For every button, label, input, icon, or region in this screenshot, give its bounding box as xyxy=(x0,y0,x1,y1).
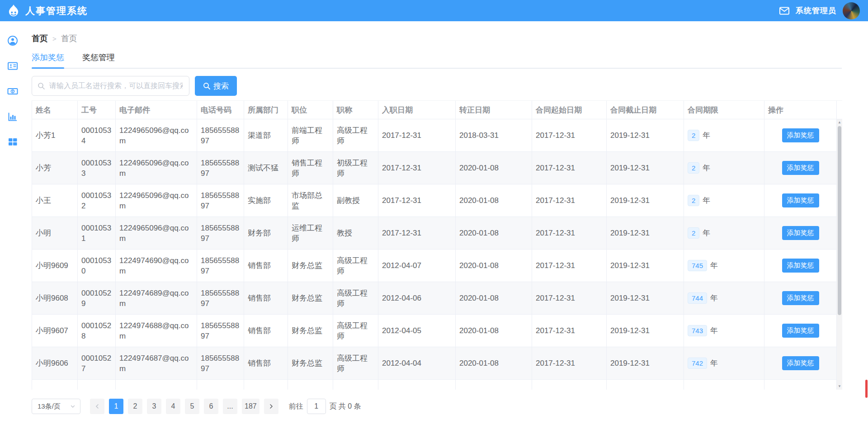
grid-icon[interactable] xyxy=(7,137,18,147)
search-button[interactable]: 搜索 xyxy=(195,76,237,96)
page-button[interactable]: 3 xyxy=(147,399,161,414)
header-filler xyxy=(837,101,844,119)
cell-duration xyxy=(684,380,764,390)
cell-regular: 2020-01-08 xyxy=(456,184,532,217)
duration-unit: 年 xyxy=(703,228,710,238)
bar-chart-icon[interactable] xyxy=(7,111,18,122)
add-reward-button[interactable]: 添加奖惩 xyxy=(782,291,819,305)
cell-action: 添加奖惩 xyxy=(764,250,837,282)
page-scrollbar-thumb[interactable] xyxy=(865,380,868,398)
column-header: 入职日期 xyxy=(378,101,456,119)
cell-position: 市场部总监 xyxy=(288,184,333,217)
add-reward-button[interactable]: 添加奖惩 xyxy=(782,324,819,338)
table-body: 小芳1000105341224965096@qq.com18565558897渠… xyxy=(32,119,837,390)
cell-name: 小芳1 xyxy=(32,119,78,151)
page-button[interactable]: 1 xyxy=(109,399,123,414)
cell-start xyxy=(532,380,607,390)
add-reward-button[interactable]: 添加奖惩 xyxy=(782,226,819,240)
column-header: 合同截止日期 xyxy=(607,101,684,119)
cell-dept: 测试不猛 xyxy=(244,152,288,184)
cell-regular: 2020-01-08 xyxy=(456,250,532,282)
page-button[interactable]: 4 xyxy=(166,399,180,414)
avatar[interactable] xyxy=(843,2,860,19)
duration-badge: 742 xyxy=(688,358,707,369)
tab-manage-reward[interactable]: 奖惩管理 xyxy=(82,52,115,68)
cell-regular: 2020-01-08 xyxy=(456,347,532,379)
next-page-button[interactable] xyxy=(264,399,278,414)
search-icon xyxy=(38,82,45,89)
cell-email: 1224965096@qq.com xyxy=(116,184,197,217)
add-reward-button[interactable]: 添加奖惩 xyxy=(782,128,819,142)
table-scrollbar[interactable]: ▲ ▼ xyxy=(837,119,842,390)
page-button[interactable]: 2 xyxy=(128,399,142,414)
cell-id: 00010533 xyxy=(78,152,116,184)
cell-end: 2019-12-31 xyxy=(607,119,684,151)
cell-email: 1224974688@qq.com xyxy=(116,315,197,347)
prev-page-button[interactable] xyxy=(90,399,104,414)
column-header: 工号 xyxy=(78,101,116,119)
user-circle-icon[interactable] xyxy=(7,35,18,46)
cell-position: 运维工程师 xyxy=(288,217,333,249)
page-button[interactable]: 6 xyxy=(204,399,218,414)
page-size-select[interactable]: 13条/页 xyxy=(32,399,80,414)
search-input[interactable] xyxy=(48,81,184,90)
column-header: 职位 xyxy=(288,101,333,119)
cell-duration: 744年 xyxy=(684,282,764,314)
cell-action: 添加奖惩 xyxy=(764,282,837,314)
header-username[interactable]: 系统管理员 xyxy=(796,5,836,16)
cell-title: 副教授 xyxy=(333,184,378,217)
cell-title xyxy=(333,380,378,390)
breadcrumb-home[interactable]: 首页 xyxy=(32,33,48,44)
page-button[interactable]: 187 xyxy=(242,399,259,414)
cell-hire: 2012-04-06 xyxy=(378,282,456,314)
cell-email: 1224965096@qq.com xyxy=(116,152,197,184)
duration-badge: 743 xyxy=(688,325,707,336)
cell-dept: 渠道部 xyxy=(244,119,288,151)
column-header: 合同起始日期 xyxy=(532,101,607,119)
add-reward-button[interactable]: 添加奖惩 xyxy=(782,259,819,273)
cell-name: 小王 xyxy=(32,184,78,217)
cell-title: 高级工程师 xyxy=(333,347,378,379)
mail-icon[interactable] xyxy=(779,7,789,15)
cell-regular xyxy=(456,380,532,390)
cell-hire: 2012-04-07 xyxy=(378,250,456,282)
cell-phone: 18565558897 xyxy=(197,152,244,184)
column-header: 电话号码 xyxy=(197,101,244,119)
cell-regular: 2020-01-08 xyxy=(456,315,532,347)
cell-duration: 745年 xyxy=(684,250,764,282)
money-icon[interactable] xyxy=(7,86,18,97)
cell-phone: 18565558897 xyxy=(197,217,244,249)
table-row: 小明9609000105301224974690@qq.com185655588… xyxy=(32,250,837,282)
duration-badge: 745 xyxy=(688,260,707,271)
cell-email: 1224965096@qq.com xyxy=(116,119,197,151)
scroll-down-icon[interactable]: ▼ xyxy=(838,383,841,390)
add-reward-button[interactable]: 添加奖惩 xyxy=(782,161,819,175)
page-suffix-label: 页 xyxy=(330,402,337,411)
tab-add-reward[interactable]: 添加奖惩 xyxy=(32,52,64,68)
id-card-icon[interactable] xyxy=(7,61,18,71)
cell-position: 财务总监 xyxy=(288,282,333,314)
goto-page-input[interactable] xyxy=(307,399,326,414)
cell-duration: 2年 xyxy=(684,119,764,151)
scroll-up-icon[interactable]: ▲ xyxy=(838,119,841,126)
add-reward-button[interactable]: 添加奖惩 xyxy=(782,193,819,207)
table-row: 0001052185655588 xyxy=(32,380,837,390)
cell-action: 添加奖惩 xyxy=(764,119,837,151)
cell-end: 2019-12-31 xyxy=(607,282,684,314)
duration-unit: 年 xyxy=(710,325,718,336)
cell-dept: 销售部 xyxy=(244,315,288,347)
cell-position: 财务总监 xyxy=(288,347,333,379)
cell-name: 小明9607 xyxy=(32,315,78,347)
more-pages-button[interactable]: ... xyxy=(223,399,237,414)
cell-start: 2017-12-31 xyxy=(532,315,607,347)
cell-position: 财务总监 xyxy=(288,250,333,282)
add-reward-button[interactable]: 添加奖惩 xyxy=(782,356,819,370)
cell-phone: 18565558897 xyxy=(197,315,244,347)
cell-hire: 2017-12-31 xyxy=(378,152,456,184)
cell-start: 2017-12-31 xyxy=(532,119,607,151)
page-button[interactable]: 5 xyxy=(185,399,199,414)
cell-id: 00010534 xyxy=(78,119,116,151)
scrollbar-thumb[interactable] xyxy=(838,126,841,315)
cell-dept: 销售部 xyxy=(244,250,288,282)
cell-duration: 742年 xyxy=(684,347,764,379)
